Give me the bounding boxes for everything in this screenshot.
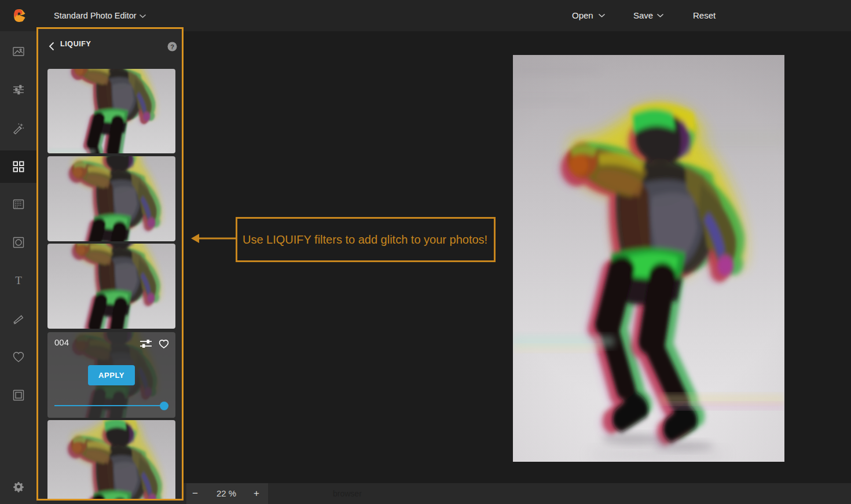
svg-text:T: T — [15, 274, 22, 286]
svg-text:?: ? — [170, 43, 174, 50]
